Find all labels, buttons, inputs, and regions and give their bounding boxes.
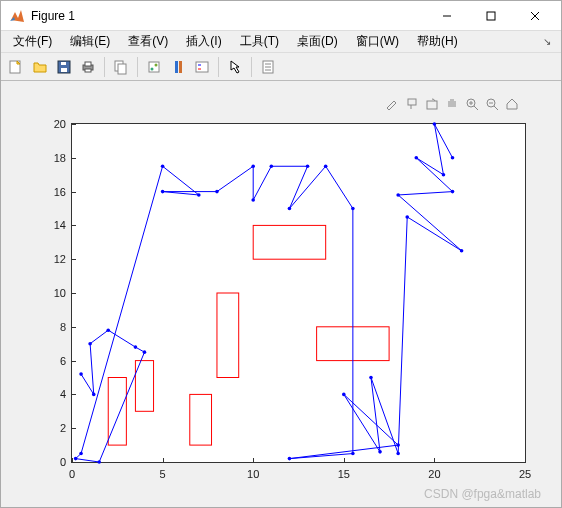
y-tick-label: 14 [54,219,66,231]
path-point [288,207,292,211]
path-point [197,193,201,197]
x-tick-label: 15 [338,468,350,480]
pan-icon[interactable] [443,95,461,113]
colorbar-button[interactable] [167,56,189,78]
svg-rect-13 [118,64,126,74]
svg-rect-8 [61,62,66,65]
path-point [79,372,83,376]
path-point [251,198,255,202]
maximize-button[interactable] [469,2,513,30]
path-point [396,443,400,447]
y-tick-label: 16 [54,186,66,198]
toolbar-sep [137,57,138,77]
menu-view[interactable]: 查看(V) [120,31,176,52]
toolbar [1,53,561,81]
y-tick-label: 4 [60,388,66,400]
new-figure-button[interactable] [5,56,27,78]
path-point [351,207,355,211]
link-data-button[interactable] [143,56,165,78]
svg-point-15 [151,67,154,70]
edit-plot-button[interactable] [224,56,246,78]
minimize-button[interactable] [425,2,469,30]
path-point [369,376,373,380]
rotate-icon[interactable] [423,95,441,113]
svg-rect-7 [61,68,67,72]
zoom-out-icon[interactable] [483,95,501,113]
path-point [88,342,92,346]
x-tick-label: 10 [247,468,259,480]
property-inspector-button[interactable] [257,56,279,78]
window-title: Figure 1 [31,9,425,23]
menu-desktop[interactable]: 桌面(D) [289,31,346,52]
path-point [106,328,110,332]
svg-rect-27 [427,101,437,109]
y-tick-label: 10 [54,287,66,299]
path-point [143,350,147,354]
restore-view-icon[interactable] [503,95,521,113]
svg-rect-26 [408,99,416,105]
menu-overflow-icon[interactable]: ↘ [543,36,551,47]
x-tick-label: 25 [519,468,531,480]
path-point [251,164,255,168]
save-button[interactable] [53,56,75,78]
path-point [161,190,165,194]
svg-rect-19 [196,62,208,72]
copy-button[interactable] [110,56,132,78]
path-point [342,393,346,397]
menu-tools[interactable]: 工具(T) [232,31,287,52]
path-point [134,345,138,349]
path-point [215,190,219,194]
path-point [97,460,101,464]
svg-rect-11 [85,69,91,72]
path-point [270,164,274,168]
y-tick-label: 6 [60,355,66,367]
path-point [306,164,310,168]
y-tick-label: 0 [60,456,66,468]
path-point [396,193,400,197]
toolbar-sep [251,57,252,77]
obstacle-rect [253,225,325,259]
menu-help[interactable]: 帮助(H) [409,31,466,52]
y-tick-label: 18 [54,152,66,164]
figure-window: Figure 1 文件(F) 编辑(E) 查看(V) 插入(I) 工具(T) 桌… [0,0,562,508]
svg-rect-17 [175,61,178,73]
menu-edit[interactable]: 编辑(E) [62,31,118,52]
path-point [442,173,446,177]
y-tick-label: 8 [60,321,66,333]
open-button[interactable] [29,56,51,78]
brush-icon[interactable] [383,95,401,113]
window-buttons [425,2,557,30]
toolbar-sep [218,57,219,77]
y-tick-label: 12 [54,253,66,265]
svg-line-33 [494,106,498,110]
path-point [460,249,464,253]
axes[interactable]: 024681012141618200510152025 [71,123,526,463]
svg-rect-1 [487,12,495,20]
plot-canvas [72,124,525,462]
svg-rect-18 [179,61,182,73]
path-line [76,124,462,462]
x-tick-label: 5 [160,468,166,480]
plot-area: 024681012141618200510152025 CSDN @fpga&m… [1,81,561,507]
matlab-logo-icon [9,8,25,24]
svg-rect-14 [149,62,159,72]
print-button[interactable] [77,56,99,78]
path-point [92,393,96,397]
menu-insert[interactable]: 插入(I) [178,31,229,52]
path-point [161,164,165,168]
menu-window[interactable]: 窗口(W) [348,31,407,52]
close-button[interactable] [513,2,557,30]
path-point [74,457,78,461]
path-point [405,215,409,219]
zoom-in-icon[interactable] [463,95,481,113]
path-point [414,156,418,160]
menu-file[interactable]: 文件(F) [5,31,60,52]
data-tips-icon[interactable] [403,95,421,113]
legend-button[interactable] [191,56,213,78]
path-point [433,122,437,126]
svg-line-29 [474,106,478,110]
path-point [288,457,292,461]
x-tick-label: 20 [428,468,440,480]
watermark: CSDN @fpga&matlab [424,487,541,501]
toolbar-sep [104,57,105,77]
